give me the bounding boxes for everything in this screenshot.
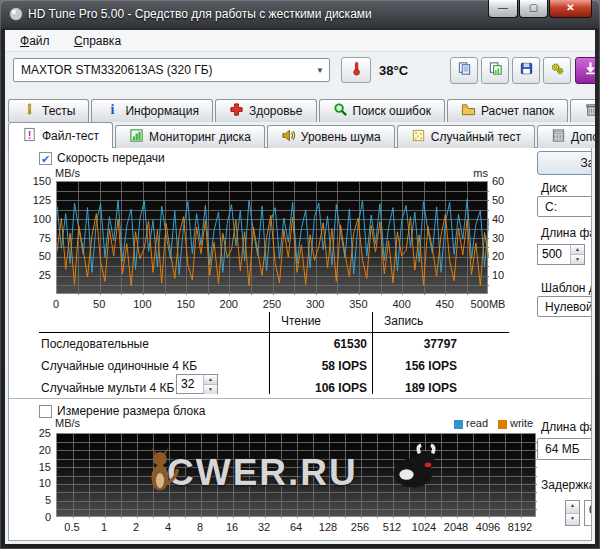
down-arrow-icon [583, 61, 596, 80]
legend-read-label: read [466, 417, 488, 429]
block-size-chart: CWER.RU [56, 433, 536, 517]
block-size-checkbox[interactable]: Измерение размера блока [39, 404, 205, 418]
spin-down-icon[interactable]: ▼ [204, 385, 217, 394]
chart2-x-tick: 0.5 [64, 521, 79, 533]
delay-spinner-buttons[interactable]: ▲▼ [565, 500, 580, 526]
chart1-right-tick: 10 [492, 269, 504, 281]
tab-info[interactable]: iИнформация [91, 99, 212, 122]
search-icon [333, 102, 348, 120]
client-area: Файл Справка MAXTOR STM3320613AS (320 ГБ… [5, 30, 595, 544]
chart1-right-tick: 60 [492, 175, 504, 187]
spin-up-icon[interactable]: ▲ [204, 375, 217, 385]
file-length-spinner[interactable]: 500 ▲▼ [537, 244, 585, 265]
delay-field[interactable]: 0 [584, 500, 592, 526]
data-pattern-value: Нулевой [545, 300, 592, 314]
options-button[interactable] [543, 57, 571, 84]
app-icon [8, 6, 24, 26]
data-pattern-select[interactable]: Нулевой ▼ [537, 296, 592, 317]
table-row-label: Случайные одиночные 4 КБ [41, 359, 197, 373]
tab-label: Случайный тест [431, 130, 521, 144]
save-button[interactable] [512, 57, 540, 84]
dropdown-arrow-icon: ▼ [316, 66, 324, 75]
section-divider [9, 398, 592, 400]
copy-icon [457, 61, 472, 80]
chart1-x-tick: 300 [306, 298, 324, 310]
gears-icon [550, 61, 565, 80]
chart1-right-tick: 50 [492, 194, 504, 206]
chart2-x-tick: 4 [165, 521, 171, 533]
chart1-right-axis-title: ms [456, 167, 488, 179]
tab-label: Поиск ошибок [353, 104, 431, 118]
chart2-x-tick: 8 [197, 521, 203, 533]
chart2-x-tick: 1024 [412, 521, 436, 533]
queue-depth-spinner[interactable]: 32 ▲▼ [176, 374, 218, 394]
chart1-x-tick: 500MB [471, 298, 506, 310]
transfer-speed-checkbox[interactable]: ✔ Скорость передачи [39, 151, 165, 165]
start-button[interactable]: Запуск [537, 151, 592, 175]
transfer-speed-chart [56, 181, 488, 294]
info-icon: i [105, 102, 120, 120]
tab-aam[interactable]: Уровень шума [267, 125, 395, 148]
minimize-button[interactable]: — [488, 0, 518, 18]
spin-down-icon[interactable]: ▼ [571, 255, 584, 264]
table-row-label: Последовательные [41, 337, 149, 351]
drive-select[interactable]: MAXTOR STM3320613AS (320 ГБ) ▼ [13, 58, 330, 82]
copy-text-button[interactable] [450, 57, 478, 84]
checkbox-checked-icon: ✔ [39, 152, 52, 165]
tab-tests[interactable]: !Тесты [8, 99, 89, 122]
titlebar[interactable]: HD Tune Pro 5.00 - Средство для работы с… [0, 0, 600, 30]
close-button[interactable]: ✕ [549, 0, 592, 18]
chart1-x-tick: 450 [436, 298, 454, 310]
tab-file-benchmark[interactable]: !Файл-тест [8, 122, 113, 148]
monitor-chart-icon [129, 128, 144, 146]
menu-file[interactable]: Файл [15, 33, 55, 49]
random-multi-write-value: 189 IOPS [357, 381, 457, 395]
chart1-y-tick: 25 [19, 269, 51, 281]
chart2-x-tick: 64 [290, 521, 302, 533]
chart2-x-tick: 2 [133, 521, 139, 533]
tab-error-scan[interactable]: Поиск ошибок [319, 99, 445, 122]
tab-label: Уровень шума [301, 130, 381, 144]
maximize-button[interactable]: ▢ [519, 0, 548, 18]
temperature-button[interactable] [341, 57, 371, 83]
chart1-y-axis-title: MB/s [55, 167, 80, 179]
chart2-x-tick: 32 [258, 521, 270, 533]
tab-health[interactable]: Здоровье [215, 99, 317, 122]
spin-up-icon[interactable]: ▲ [571, 245, 584, 255]
tab-erase[interactable] [570, 99, 595, 122]
chart2-y-tick: 5 [19, 494, 51, 506]
chart1-right-tick: 40 [492, 213, 504, 225]
tab-row-sub: !Файл-тестМониторинг дискаУровень шумаСл… [8, 122, 595, 148]
disk-select[interactable]: C: ▼ [537, 196, 592, 217]
tab-label: Тесты [42, 104, 75, 118]
health-cross-icon [229, 102, 244, 120]
trash-icon [584, 102, 595, 120]
chart2-x-tick: 16 [226, 521, 238, 533]
download-button[interactable] [575, 57, 595, 84]
chart1-x-tick: 50 [93, 298, 105, 310]
file-length-label: Длина файла [541, 226, 592, 240]
tab-random-access[interactable]: Случайный тест [397, 125, 535, 148]
copy-image-icon [488, 61, 503, 80]
menu-help[interactable]: Справка [69, 33, 126, 49]
tab-disk-monitor[interactable]: Мониторинг диска [115, 125, 265, 148]
chart2-x-tick: 2048 [444, 521, 468, 533]
spin-up-icon[interactable]: ▲ [566, 501, 579, 514]
svg-text:!: ! [28, 128, 32, 140]
spin-down-icon[interactable]: ▼ [566, 514, 579, 526]
disk-label: Диск [541, 181, 567, 195]
tab-label: Мониторинг диска [149, 130, 251, 144]
folder-icon [461, 102, 476, 120]
chart1-right-tick: 20 [492, 250, 504, 262]
block-file-length-select[interactable]: 64 МБ ▼ [537, 438, 592, 460]
chart2-y-tick: 0 [19, 511, 51, 523]
tab-extra-tests[interactable]: Дополнительно [537, 125, 595, 148]
chart2-y-tick: 15 [19, 461, 51, 473]
tab-label: Дополнительно [571, 130, 595, 144]
checkbox-unchecked-icon [39, 405, 52, 418]
tab-folder-usage[interactable]: Расчет папок [447, 99, 568, 122]
chart1-x-tick: 100 [133, 298, 151, 310]
copy-image-button[interactable] [481, 57, 509, 84]
exclamation-icon: ! [22, 102, 37, 120]
chart1-y-tick: 75 [19, 232, 51, 244]
